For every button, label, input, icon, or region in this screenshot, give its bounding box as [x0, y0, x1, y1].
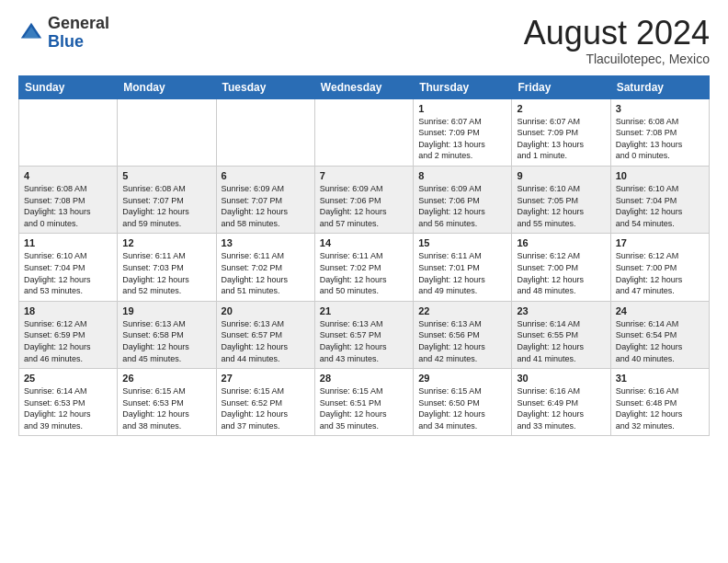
- day-info: Sunrise: 6:10 AM Sunset: 7:05 PM Dayligh…: [517, 183, 605, 229]
- logo-text: General Blue: [48, 15, 109, 52]
- calendar-cell: 7Sunrise: 6:09 AM Sunset: 7:06 PM Daylig…: [314, 166, 413, 233]
- day-number: 6: [222, 170, 310, 181]
- calendar-cell: 12Sunrise: 6:11 AM Sunset: 7:03 PM Dayli…: [118, 234, 216, 301]
- calendar-week-4: 18Sunrise: 6:12 AM Sunset: 6:59 PM Dayli…: [19, 301, 710, 368]
- day-number: 15: [418, 237, 506, 248]
- day-info: Sunrise: 6:10 AM Sunset: 7:04 PM Dayligh…: [24, 250, 112, 296]
- day-info: Sunrise: 6:07 AM Sunset: 7:09 PM Dayligh…: [517, 116, 605, 162]
- day-number: 8: [418, 170, 506, 181]
- header: General Blue August 2024 Tlacuilotepec, …: [18, 15, 710, 66]
- day-info: Sunrise: 6:08 AM Sunset: 7:08 PM Dayligh…: [616, 116, 704, 162]
- day-info: Sunrise: 6:13 AM Sunset: 6:57 PM Dayligh…: [320, 318, 408, 364]
- day-info: Sunrise: 6:15 AM Sunset: 6:51 PM Dayligh…: [320, 385, 408, 431]
- day-number: 2: [517, 103, 605, 114]
- day-number: 30: [517, 373, 605, 384]
- day-info: Sunrise: 6:11 AM Sunset: 7:02 PM Dayligh…: [320, 250, 408, 296]
- day-number: 27: [222, 373, 310, 384]
- calendar-cell: 20Sunrise: 6:13 AM Sunset: 6:57 PM Dayli…: [216, 301, 314, 368]
- day-info: Sunrise: 6:08 AM Sunset: 7:07 PM Dayligh…: [122, 183, 210, 229]
- calendar-header-row: SundayMondayTuesdayWednesdayThursdayFrid…: [19, 75, 710, 98]
- calendar-cell: 24Sunrise: 6:14 AM Sunset: 6:54 PM Dayli…: [610, 301, 709, 368]
- day-number: 26: [122, 373, 210, 384]
- day-info: Sunrise: 6:15 AM Sunset: 6:53 PM Dayligh…: [122, 385, 210, 431]
- calendar-cell: 3Sunrise: 6:08 AM Sunset: 7:08 PM Daylig…: [610, 98, 709, 166]
- day-number: 13: [222, 237, 310, 248]
- calendar-cell: 1Sunrise: 6:07 AM Sunset: 7:09 PM Daylig…: [414, 98, 512, 166]
- day-info: Sunrise: 6:16 AM Sunset: 6:49 PM Dayligh…: [517, 385, 605, 431]
- day-info: Sunrise: 6:14 AM Sunset: 6:53 PM Dayligh…: [24, 385, 112, 431]
- day-info: Sunrise: 6:13 AM Sunset: 6:57 PM Dayligh…: [222, 318, 310, 364]
- calendar-cell: 16Sunrise: 6:12 AM Sunset: 7:00 PM Dayli…: [512, 234, 610, 301]
- day-info: Sunrise: 6:12 AM Sunset: 6:59 PM Dayligh…: [24, 318, 112, 364]
- logo: General Blue: [18, 15, 109, 52]
- calendar-week-5: 25Sunrise: 6:14 AM Sunset: 6:53 PM Dayli…: [19, 369, 710, 436]
- calendar-cell: 15Sunrise: 6:11 AM Sunset: 7:01 PM Dayli…: [414, 234, 512, 301]
- day-number: 21: [320, 305, 408, 316]
- day-number: 19: [122, 305, 210, 316]
- calendar-cell: 29Sunrise: 6:15 AM Sunset: 6:50 PM Dayli…: [414, 369, 512, 436]
- day-info: Sunrise: 6:09 AM Sunset: 7:07 PM Dayligh…: [222, 183, 310, 229]
- calendar-cell: 27Sunrise: 6:15 AM Sunset: 6:52 PM Dayli…: [216, 369, 314, 436]
- col-header-sunday: Sunday: [19, 75, 118, 98]
- calendar-cell: 8Sunrise: 6:09 AM Sunset: 7:06 PM Daylig…: [414, 166, 512, 233]
- day-number: 10: [616, 170, 704, 181]
- calendar-cell: 21Sunrise: 6:13 AM Sunset: 6:57 PM Dayli…: [314, 301, 413, 368]
- day-number: 1: [418, 103, 506, 114]
- day-info: Sunrise: 6:10 AM Sunset: 7:04 PM Dayligh…: [616, 183, 704, 229]
- day-number: 17: [616, 237, 704, 248]
- day-number: 18: [24, 305, 112, 316]
- page: General Blue August 2024 Tlacuilotepec, …: [0, 0, 728, 563]
- day-number: 3: [616, 103, 704, 114]
- day-number: 11: [24, 237, 112, 248]
- day-number: 22: [418, 305, 506, 316]
- col-header-monday: Monday: [118, 75, 216, 98]
- calendar-cell: 18Sunrise: 6:12 AM Sunset: 6:59 PM Dayli…: [19, 301, 118, 368]
- day-number: 23: [517, 305, 605, 316]
- day-info: Sunrise: 6:09 AM Sunset: 7:06 PM Dayligh…: [320, 183, 408, 229]
- calendar-cell: 14Sunrise: 6:11 AM Sunset: 7:02 PM Dayli…: [314, 234, 413, 301]
- calendar-cell: 6Sunrise: 6:09 AM Sunset: 7:07 PM Daylig…: [216, 166, 314, 233]
- logo-general-text: General: [48, 15, 109, 33]
- calendar-cell: [216, 98, 314, 166]
- day-number: 29: [418, 373, 506, 384]
- day-info: Sunrise: 6:15 AM Sunset: 6:50 PM Dayligh…: [418, 385, 506, 431]
- day-info: Sunrise: 6:09 AM Sunset: 7:06 PM Dayligh…: [418, 183, 506, 229]
- day-info: Sunrise: 6:14 AM Sunset: 6:55 PM Dayligh…: [517, 318, 605, 364]
- day-number: 12: [122, 237, 210, 248]
- day-info: Sunrise: 6:13 AM Sunset: 6:56 PM Dayligh…: [418, 318, 506, 364]
- calendar-cell: 23Sunrise: 6:14 AM Sunset: 6:55 PM Dayli…: [512, 301, 610, 368]
- day-info: Sunrise: 6:07 AM Sunset: 7:09 PM Dayligh…: [418, 116, 506, 162]
- day-info: Sunrise: 6:14 AM Sunset: 6:54 PM Dayligh…: [616, 318, 704, 364]
- calendar-cell: 30Sunrise: 6:16 AM Sunset: 6:49 PM Dayli…: [512, 369, 610, 436]
- calendar-cell: 31Sunrise: 6:16 AM Sunset: 6:48 PM Dayli…: [610, 369, 709, 436]
- day-number: 7: [320, 170, 408, 181]
- calendar-week-3: 11Sunrise: 6:10 AM Sunset: 7:04 PM Dayli…: [19, 234, 710, 301]
- location: Tlacuilotepec, Mexico: [524, 52, 710, 66]
- day-number: 9: [517, 170, 605, 181]
- calendar-cell: 4Sunrise: 6:08 AM Sunset: 7:08 PM Daylig…: [19, 166, 118, 233]
- logo-blue-text: Blue: [48, 33, 109, 52]
- month-year: August 2024: [524, 15, 710, 52]
- logo-icon: [18, 20, 44, 46]
- day-info: Sunrise: 6:11 AM Sunset: 7:01 PM Dayligh…: [418, 250, 506, 296]
- title-block: August 2024 Tlacuilotepec, Mexico: [524, 15, 710, 66]
- day-info: Sunrise: 6:15 AM Sunset: 6:52 PM Dayligh…: [222, 385, 310, 431]
- calendar-week-1: 1Sunrise: 6:07 AM Sunset: 7:09 PM Daylig…: [19, 98, 710, 166]
- day-info: Sunrise: 6:11 AM Sunset: 7:02 PM Dayligh…: [222, 250, 310, 296]
- day-number: 24: [616, 305, 704, 316]
- calendar-cell: 10Sunrise: 6:10 AM Sunset: 7:04 PM Dayli…: [610, 166, 709, 233]
- calendar-cell: 17Sunrise: 6:12 AM Sunset: 7:00 PM Dayli…: [610, 234, 709, 301]
- calendar-cell: [19, 98, 118, 166]
- day-info: Sunrise: 6:16 AM Sunset: 6:48 PM Dayligh…: [616, 385, 704, 431]
- calendar-cell: 2Sunrise: 6:07 AM Sunset: 7:09 PM Daylig…: [512, 98, 610, 166]
- calendar-cell: 9Sunrise: 6:10 AM Sunset: 7:05 PM Daylig…: [512, 166, 610, 233]
- day-info: Sunrise: 6:08 AM Sunset: 7:08 PM Dayligh…: [24, 183, 112, 229]
- calendar-cell: [118, 98, 216, 166]
- calendar-table: SundayMondayTuesdayWednesdayThursdayFrid…: [18, 75, 710, 437]
- day-number: 4: [24, 170, 112, 181]
- day-number: 31: [616, 373, 704, 384]
- day-info: Sunrise: 6:11 AM Sunset: 7:03 PM Dayligh…: [122, 250, 210, 296]
- day-number: 14: [320, 237, 408, 248]
- day-number: 25: [24, 373, 112, 384]
- day-info: Sunrise: 6:13 AM Sunset: 6:58 PM Dayligh…: [122, 318, 210, 364]
